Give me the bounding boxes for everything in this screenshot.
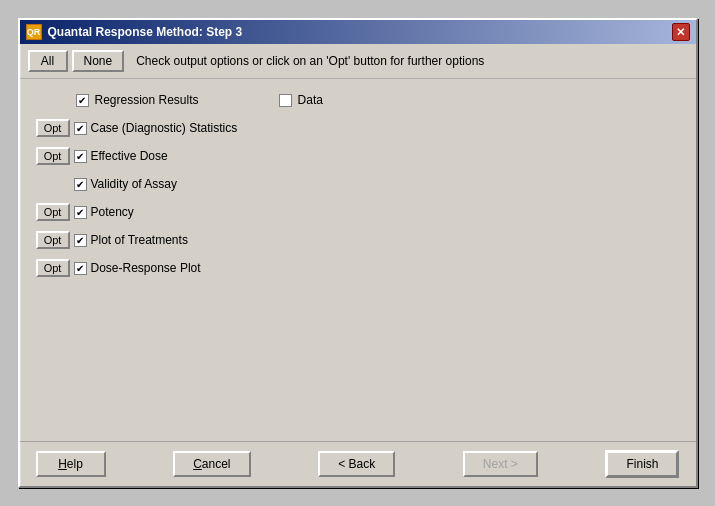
next-button[interactable]: Next > — [463, 451, 538, 477]
option-row-effective-dose: Opt Effective Dose — [36, 143, 680, 169]
all-button[interactable]: All — [28, 50, 68, 72]
instruction-text: Check output options or click on an 'Opt… — [128, 54, 484, 68]
cancel-button[interactable]: Cancel — [173, 451, 250, 477]
label-case: Case (Diagnostic) Statistics — [91, 121, 238, 135]
title-bar: QR Quantal Response Method: Step 3 ✕ — [20, 20, 696, 44]
checkbox-validity[interactable] — [74, 178, 87, 191]
finish-button[interactable]: Finish — [605, 450, 679, 478]
main-window: QR Quantal Response Method: Step 3 ✕ All… — [18, 18, 698, 488]
label-effective-dose: Effective Dose — [91, 149, 168, 163]
checkbox-data[interactable] — [279, 94, 292, 107]
option-row-plot-treatments: Opt Plot of Treatments — [36, 227, 680, 253]
checkbox-effective-dose[interactable] — [74, 150, 87, 163]
option-row-potency: Opt Potency — [36, 199, 680, 225]
footer: Help Cancel < Back Next > Finish — [20, 441, 696, 486]
back-label: < Back — [338, 457, 375, 471]
checkbox-group-data: Data — [279, 93, 323, 107]
toolbar: All None Check output options or click o… — [20, 44, 696, 79]
label-regression: Regression Results — [95, 93, 199, 107]
cancel-rest: ancel — [202, 457, 231, 471]
window-icon: QR — [26, 24, 42, 40]
cancel-underline: C — [193, 457, 202, 471]
none-button[interactable]: None — [72, 50, 125, 72]
opt-button-case[interactable]: Opt — [36, 119, 70, 137]
help-rest: elp — [67, 457, 83, 471]
label-dose-response: Dose-Response Plot — [91, 261, 201, 275]
option-row-dose-response: Opt Dose-Response Plot — [36, 255, 680, 281]
opt-button-potency[interactable]: Opt — [36, 203, 70, 221]
checkbox-regression[interactable] — [76, 94, 89, 107]
help-button[interactable]: Help — [36, 451, 106, 477]
label-plot-treatments: Plot of Treatments — [91, 233, 188, 247]
label-data: Data — [298, 93, 323, 107]
close-button[interactable]: ✕ — [672, 23, 690, 41]
title-bar-left: QR Quantal Response Method: Step 3 — [26, 24, 243, 40]
checkbox-dose-response[interactable] — [74, 262, 87, 275]
checkbox-plot-treatments[interactable] — [74, 234, 87, 247]
label-potency: Potency — [91, 205, 134, 219]
checkbox-potency[interactable] — [74, 206, 87, 219]
finish-label: Finish — [626, 457, 658, 471]
back-button[interactable]: < Back — [318, 451, 395, 477]
window-title: Quantal Response Method: Step 3 — [48, 25, 243, 39]
help-underline: H — [58, 457, 67, 471]
options-area: Regression Results Data Opt Case (Diagno… — [20, 79, 696, 441]
label-validity: Validity of Assay — [91, 177, 177, 191]
checkbox-group-regression: Regression Results — [36, 93, 199, 107]
opt-button-dose-response[interactable]: Opt — [36, 259, 70, 277]
opt-button-effective-dose[interactable]: Opt — [36, 147, 70, 165]
next-label: Next > — [483, 457, 518, 471]
opt-button-plot-treatments[interactable]: Opt — [36, 231, 70, 249]
option-row-validity: Validity of Assay — [36, 171, 680, 197]
option-row-regression: Regression Results Data — [36, 87, 680, 113]
checkbox-case[interactable] — [74, 122, 87, 135]
option-row-case: Opt Case (Diagnostic) Statistics — [36, 115, 680, 141]
